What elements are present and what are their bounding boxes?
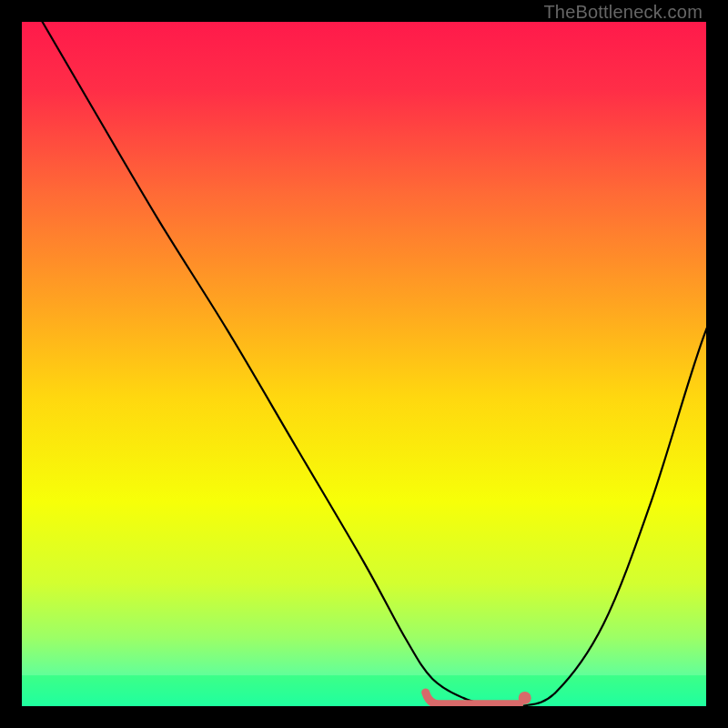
optimal-band — [22, 675, 706, 706]
gradient-background — [22, 22, 706, 706]
watermark-text: TheBottleneck.com — [543, 2, 703, 23]
optimal-point-dot — [519, 692, 531, 704]
chart-frame — [22, 22, 706, 706]
bottleneck-chart — [22, 22, 706, 706]
